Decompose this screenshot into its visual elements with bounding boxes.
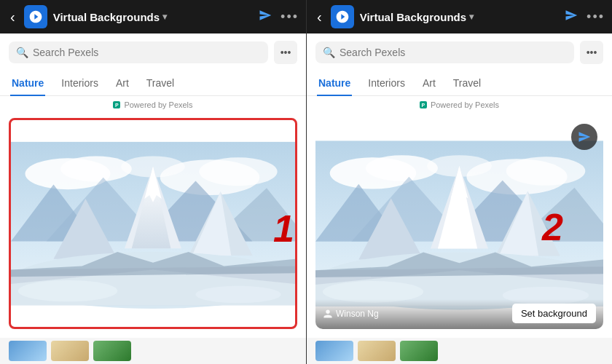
pexels-icon xyxy=(113,101,120,108)
app-icon-2 xyxy=(331,5,354,28)
image-overlay: Winson Ng Set background xyxy=(315,118,603,329)
send-overlay-button[interactable] xyxy=(571,124,597,150)
image-bottom-bar: Winson Ng Set background xyxy=(315,299,603,329)
powered-by-label-2: Powered by Pexels xyxy=(307,96,612,112)
search-bar-2: 🔍 ••• xyxy=(307,33,612,71)
chevron-down-icon-2: ▾ xyxy=(469,12,474,22)
thumbnail-strip-2 xyxy=(307,338,612,364)
search-input-2[interactable] xyxy=(340,47,567,58)
tabs-bar: Nature Interiors Art Travel xyxy=(0,71,306,96)
header-actions-2: ••• xyxy=(565,9,605,25)
image-top-right xyxy=(571,124,597,150)
svg-point-4 xyxy=(199,157,277,186)
tab-interiors-2[interactable]: Interiors xyxy=(366,71,407,96)
header-2: ‹ Virtual Backgrounds ▾ ••• xyxy=(307,0,612,33)
panel-2: ‹ Virtual Backgrounds ▾ ••• 🔍 ••• Nature… xyxy=(306,0,612,364)
search-icon: 🔍 xyxy=(16,47,28,58)
photographer-name: Winson Ng xyxy=(323,309,379,319)
tab-art[interactable]: Art xyxy=(114,71,130,96)
image-area-2: Winson Ng Set background 2 xyxy=(307,112,612,338)
back-button[interactable]: ‹ xyxy=(7,6,18,28)
header-actions: ••• xyxy=(259,9,299,25)
search-input-wrap-2[interactable]: 🔍 xyxy=(315,41,574,63)
tab-travel[interactable]: Travel xyxy=(145,71,176,96)
svg-point-20 xyxy=(196,286,281,303)
image-area-1 xyxy=(0,112,306,338)
header-1: ‹ Virtual Backgrounds ▾ ••• xyxy=(0,0,306,33)
thumbnail-2-3[interactable] xyxy=(400,341,438,361)
thumbnail-3[interactable] xyxy=(93,341,131,361)
chevron-down-icon: ▾ xyxy=(162,12,167,22)
background-image-2[interactable]: Winson Ng Set background 2 xyxy=(315,118,603,329)
app-icon xyxy=(24,5,47,28)
header-title: Virtual Backgrounds ▾ xyxy=(53,11,253,23)
panel-1: ‹ Virtual Backgrounds ▾ ••• 🔍 ••• Nature… xyxy=(0,0,306,364)
search-more-button-2[interactable]: ••• xyxy=(580,41,603,64)
back-button-2[interactable]: ‹ xyxy=(314,6,325,28)
thumbnail-2[interactable] xyxy=(51,341,89,361)
search-more-button[interactable]: ••• xyxy=(274,41,297,64)
background-image-1[interactable] xyxy=(9,118,297,329)
svg-point-2 xyxy=(60,156,132,181)
powered-by-label: Powered by Pexels xyxy=(0,96,306,112)
header-title-2: Virtual Backgrounds ▾ xyxy=(360,11,559,23)
svg-point-19 xyxy=(18,280,118,301)
tab-nature[interactable]: Nature xyxy=(10,71,45,96)
search-input[interactable] xyxy=(33,47,261,58)
tab-interiors[interactable]: Interiors xyxy=(60,71,100,96)
thumbnail-2-2[interactable] xyxy=(358,341,396,361)
more-options-icon[interactable]: ••• xyxy=(280,9,299,25)
thumbnail-1[interactable] xyxy=(9,341,47,361)
search-more-icon-2: ••• xyxy=(586,47,597,58)
set-background-button[interactable]: Set background xyxy=(512,304,596,323)
tabs-bar-2: Nature Interiors Art Travel xyxy=(307,71,612,96)
send-icon-2[interactable] xyxy=(565,9,578,25)
tab-travel-2[interactable]: Travel xyxy=(452,71,482,96)
search-icon-2: 🔍 xyxy=(323,47,335,58)
search-more-icon: ••• xyxy=(280,47,291,58)
pexels-icon-2 xyxy=(420,101,427,108)
send-icon[interactable] xyxy=(259,9,272,25)
tab-nature-2[interactable]: Nature xyxy=(317,71,352,96)
thumbnail-2-1[interactable] xyxy=(315,341,353,361)
thumbnail-strip-1 xyxy=(0,338,306,364)
more-options-icon-2[interactable]: ••• xyxy=(586,9,605,25)
search-bar: 🔍 ••• xyxy=(0,33,306,71)
search-input-wrap[interactable]: 🔍 xyxy=(9,41,268,63)
tab-art-2[interactable]: Art xyxy=(421,71,437,96)
